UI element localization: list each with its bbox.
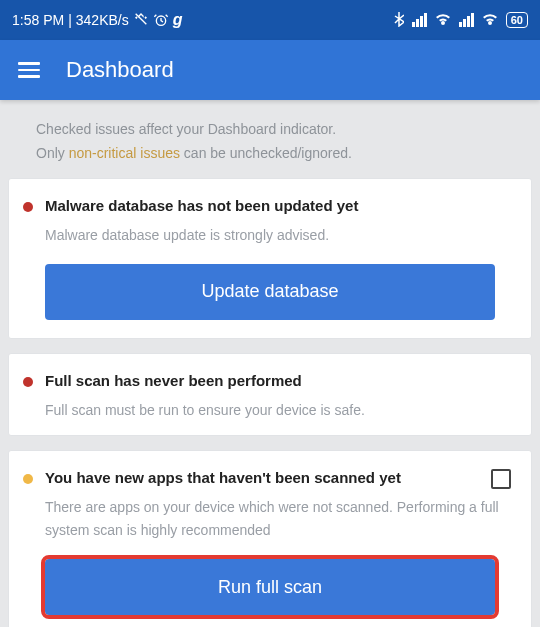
ignore-checkbox[interactable]	[491, 469, 511, 489]
issue-card-malware: Malware database has not been updated ye…	[8, 178, 532, 339]
issue-title: Full scan has never been performed	[33, 372, 507, 389]
issue-card-newapps: You have new apps that haven't been scan…	[8, 450, 532, 627]
wifi-icon-1	[435, 13, 451, 27]
info-text: Checked issues affect your Dashboard ind…	[0, 100, 540, 178]
status-separator: |	[68, 12, 72, 28]
issue-title: Malware database has not been updated ye…	[33, 197, 507, 214]
status-speed: 342KB/s	[76, 12, 129, 28]
signal-icon	[412, 13, 427, 27]
bluetooth-icon	[394, 11, 404, 30]
page-title: Dashboard	[66, 57, 174, 83]
menu-icon[interactable]	[18, 58, 40, 82]
status-bar: 1:58 PM | 342KB/s g 60	[0, 0, 540, 40]
severity-dot-red-icon	[23, 377, 33, 387]
wifi-icon-2	[482, 13, 498, 27]
info-line-1: Checked issues affect your Dashboard ind…	[36, 118, 504, 142]
severity-dot-red-icon	[23, 202, 33, 212]
info-line-2: Only non-critical issues can be unchecke…	[36, 142, 504, 166]
run-full-scan-button[interactable]: Run full scan	[45, 559, 495, 615]
non-critical-link[interactable]: non-critical issues	[69, 145, 180, 161]
signal-icon-2	[459, 13, 474, 27]
app-bar: Dashboard	[0, 40, 540, 100]
alarm-icon	[153, 12, 169, 28]
battery-icon: 60	[506, 12, 528, 28]
vibrate-off-icon	[133, 11, 149, 30]
status-left: 1:58 PM | 342KB/s g	[12, 11, 183, 30]
update-database-button[interactable]: Update database	[45, 264, 495, 320]
issue-card-fullscan: Full scan has never been performed Full …	[8, 353, 532, 436]
status-time: 1:58 PM	[12, 12, 64, 28]
issue-desc: Full scan must be run to ensure your dev…	[33, 399, 507, 421]
issue-desc: Malware database update is strongly advi…	[33, 224, 507, 246]
issue-desc: There are apps on your device which were…	[33, 496, 507, 541]
severity-dot-yellow-icon	[23, 474, 33, 484]
status-right: 60	[394, 11, 528, 30]
issue-title: You have new apps that haven't been scan…	[33, 469, 507, 486]
status-glyph: g	[173, 11, 183, 29]
